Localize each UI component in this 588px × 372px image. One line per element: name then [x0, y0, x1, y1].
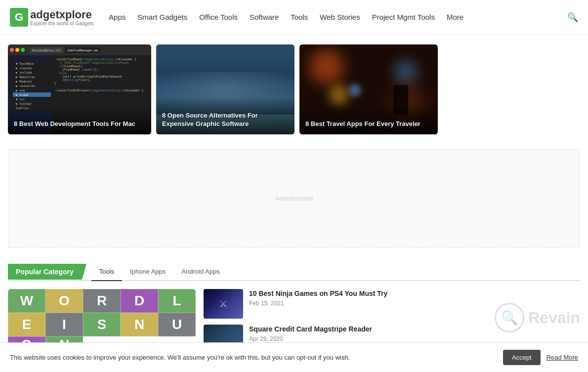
cookie-banner: This website uses cookies to improve you…: [0, 342, 588, 362]
article-date-2: Apr 29, 2020: [249, 335, 372, 342]
ad-space: Advertisement: [8, 149, 580, 248]
nav-office-tools[interactable]: Office Tools: [199, 13, 238, 21]
wordle-cell-D: D: [121, 289, 158, 313]
header-right: 🔍: [567, 12, 578, 23]
accept-button[interactable]: Accept: [503, 350, 541, 362]
tl-yellow: [15, 48, 19, 52]
featured-card-2[interactable]: 8 Open Source Alternatives For Expensive…: [156, 44, 294, 134]
logo-tagline: Explore the world of Gadgets: [30, 21, 94, 26]
card2-title: 8 Open Source Alternatives For Expensive…: [162, 112, 289, 128]
card1-overlay: 8 Best Web Development Tools For Mac: [8, 105, 151, 134]
nav-tools[interactable]: Tools: [291, 13, 308, 21]
wordle-cell-N: N: [121, 313, 158, 336]
ft-src: ▼ src: [13, 97, 51, 101]
read-more-button[interactable]: Read More: [546, 354, 578, 361]
ft-textmate: ▼ TextMate: [13, 61, 51, 66]
article-date-1: Feb 15, 2021: [249, 300, 387, 307]
article-title-2: Square Credit Card Magstripe Reader: [249, 325, 372, 333]
card2-overlay: 8 Open Source Alternatives For Expensive…: [156, 97, 294, 134]
revain-text: Revain: [528, 309, 580, 327]
featured-card-3[interactable]: 8 Best Travel Apps For Every Traveler: [299, 44, 438, 134]
tl-red: [10, 48, 14, 52]
pop-tab-iphone[interactable]: Iphone Apps: [122, 263, 173, 281]
ft-modules: ▶ Modules: [13, 79, 51, 83]
wordle-cell-W: W: [8, 289, 45, 313]
ft-resources: ▶ resources: [13, 83, 51, 88]
ft-scope: ▶ scope: [13, 92, 51, 97]
wordle-cell-R: R: [83, 289, 121, 313]
main-nav: Apps Smart Gadgets Office Tools Software…: [109, 13, 567, 21]
logo-text-container: adgetxplore Explore the world of Gadgets: [30, 8, 94, 26]
ft-makefiles: ▶ Makefiles: [13, 75, 51, 79]
tab-release-notes: ReleaseNotes.txt: [30, 47, 63, 53]
cookie-actions: Accept Read More: [503, 350, 578, 362]
popular-tabs: Tools Iphone Apps Android Apps: [91, 263, 228, 280]
pop-tab-android[interactable]: Android Apps: [173, 263, 227, 281]
article-title-1: 10 Best Ninja Games on PS4 You Must Try: [249, 289, 387, 298]
featured-card-1[interactable]: ReleaseNotes.txt OakFindManager.mm ▼ Tex…: [8, 44, 151, 134]
article-info-2: Square Credit Card Magstripe Reader Apr …: [249, 325, 372, 342]
cookie-text: This website uses cookies to improve you…: [10, 354, 493, 361]
nav-more[interactable]: More: [447, 13, 463, 21]
card3-title: 8 Best Travel Apps For Every Traveler: [305, 120, 432, 128]
wordle-cell-L: L: [158, 289, 196, 313]
revain-icon: 🔍: [495, 303, 524, 332]
revain-watermark: 🔍 Revain: [495, 303, 580, 332]
popular-label: Popular Category: [8, 264, 82, 280]
logo-brand: adgetxplore: [30, 8, 92, 21]
tl-green: [21, 48, 25, 52]
wordle-cell-E: E: [8, 313, 45, 336]
card1-tabbar: ReleaseNotes.txt OakFindManager.mm: [8, 44, 151, 55]
logo-icon: G: [10, 8, 28, 27]
ft-classes: ▶ classes: [13, 66, 51, 70]
popular-section: Popular Category Tools Iphone Apps Andro…: [0, 253, 588, 281]
card1-title: 8 Best Web Development Tools For Mac: [14, 120, 145, 128]
article-info-1: 10 Best Ninja Games on PS4 You Must Try …: [249, 289, 387, 307]
search-button[interactable]: 🔍: [567, 12, 578, 23]
popular-header: Popular Category Tools Iphone Apps Andro…: [8, 263, 580, 281]
nav-web-stories[interactable]: Web Stories: [320, 13, 360, 21]
nav-project-mgmt[interactable]: Project Mgmt Tools: [372, 13, 435, 21]
ft-scm: ▶ scm: [13, 88, 51, 92]
wordle-cell-O: O: [45, 289, 83, 313]
card3-overlay: 8 Best Travel Apps For Every Traveler: [299, 105, 438, 134]
article-thumb-1: ⚔: [204, 289, 243, 319]
featured-section: ReleaseNotes.txt OakFindManager.mm ▼ Tex…: [0, 35, 588, 144]
header: G adgetxplore Explore the world of Gadge…: [0, 0, 588, 35]
tab-oakfind: OakFindManager.mm: [65, 47, 100, 53]
traffic-lights: [10, 48, 25, 52]
nav-software[interactable]: Software: [250, 13, 279, 21]
card1-filetree: ▼ TextMate ▶ classes ▶ include ▶ Makefil…: [11, 59, 53, 112]
thumb-ninja-figures: ⚔: [219, 298, 228, 310]
wordle-cell-I: I: [45, 313, 83, 336]
nav-smart-gadgets[interactable]: Smart Gadgets: [137, 13, 187, 21]
wordle-cell-S: S: [83, 313, 121, 336]
ft-include: ▶ include: [13, 70, 51, 75]
nav-apps[interactable]: Apps: [109, 13, 126, 21]
logo[interactable]: G adgetxplore Explore the world of Gadge…: [10, 8, 94, 27]
pop-tab-tools[interactable]: Tools: [91, 263, 122, 281]
wordle-cell-U: U: [158, 313, 196, 336]
